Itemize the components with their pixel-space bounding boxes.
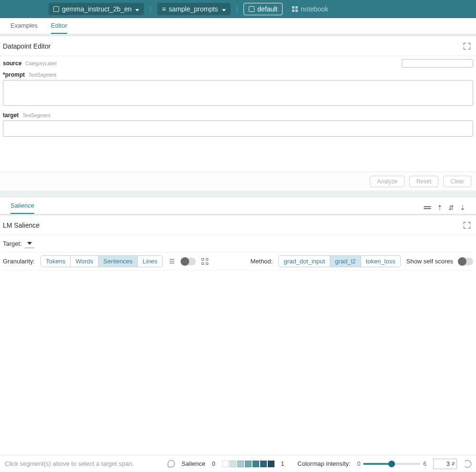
model-icon: [53, 6, 59, 12]
datapoint-editor-header: Datapoint Editor: [0, 36, 476, 56]
salience-color-scale: [222, 461, 274, 467]
field-source-type: CategoryLabel: [25, 61, 56, 66]
chevron-down-icon: [221, 5, 226, 13]
field-target-label: target: [3, 112, 19, 119]
dataset-name: sample_prompts: [169, 5, 218, 13]
colormap-slider[interactable]: [363, 463, 420, 465]
colormap-intensity-label: Colormap intensity:: [297, 460, 350, 467]
drag-handle-icon[interactable]: [424, 205, 431, 210]
show-self-scores-toggle[interactable]: [459, 258, 473, 265]
field-prompt-label: *prompt: [3, 71, 25, 78]
colormap-max: 6: [423, 461, 426, 467]
swatch: [253, 461, 259, 467]
granularity-lines[interactable]: Lines: [137, 256, 162, 267]
salience-control-row: Granularity: Tokens Words Sentences Line…: [3, 252, 473, 271]
granularity-words[interactable]: Words: [70, 256, 98, 267]
separator: |: [235, 5, 239, 13]
layout-notebook-label: notebook: [301, 5, 328, 13]
model-selector[interactable]: gemma_instruct_2b_en: [49, 3, 144, 15]
salience-target-label: Target:: [3, 240, 22, 247]
center-icon[interactable]: ⇵: [448, 204, 454, 211]
lm-salience-title: LM Salience: [3, 221, 40, 229]
lm-salience-header: LM Salience: [0, 215, 476, 235]
colormap-value-input[interactable]: 3: [433, 459, 457, 469]
top-bar: gemma_instruct_2b_en | sample_prompts | …: [0, 0, 476, 18]
method-grad-l2[interactable]: grad_l2: [330, 256, 360, 267]
salience-scale-label: Salience: [182, 460, 205, 467]
editor-tabs: Examples Editor: [0, 18, 476, 34]
separator: |: [149, 5, 152, 13]
field-source-row: source CategoryLabel: [3, 59, 473, 68]
granularity-label: Granularity:: [3, 258, 35, 265]
collapse-down-icon[interactable]: ⇣: [460, 204, 466, 211]
datapoint-editor-body: source CategoryLabel *prompt TextSegment…: [0, 56, 476, 171]
bottom-bar: Click segment(s) above to select a targe…: [0, 455, 476, 472]
editor-action-row: Analyze Reset Clear: [0, 171, 476, 191]
method-segmented: grad_dot_input grad_l2 token_loss: [278, 255, 400, 267]
method-label: Method:: [250, 258, 273, 265]
layout-default-button[interactable]: default: [243, 3, 283, 15]
swatch: [230, 461, 236, 467]
refresh-icon[interactable]: [464, 460, 471, 468]
grid-view-icon[interactable]: [202, 258, 208, 265]
colormap-slider-wrap: 0 6: [357, 461, 426, 467]
granularity-sentences[interactable]: Sentences: [98, 256, 137, 267]
density-icon[interactable]: ☰: [168, 258, 176, 265]
granularity-tokens[interactable]: Tokens: [41, 256, 70, 267]
palette-icon: [168, 460, 175, 467]
swatch: [260, 461, 267, 467]
model-name: gemma_instruct_2b_en: [62, 5, 132, 13]
layout-icon: [249, 6, 254, 12]
field-source-label: source: [3, 60, 21, 67]
field-target-type: TextSegment: [22, 113, 50, 118]
field-target-row: target TextSegment: [3, 112, 473, 119]
fullscreen-icon[interactable]: [464, 222, 470, 229]
dataset-selector[interactable]: sample_prompts: [157, 3, 231, 15]
layout-default-label: default: [257, 5, 277, 13]
colormap-min: 0: [357, 461, 361, 467]
swatch: [222, 461, 229, 467]
hint-text: Click segment(s) above to select a targe…: [5, 460, 134, 467]
method-grad-dot-input[interactable]: grad_dot_input: [279, 256, 330, 267]
tab-examples[interactable]: Examples: [10, 22, 38, 34]
salience-target-row: Target:: [3, 235, 473, 252]
prompt-textarea[interactable]: [3, 80, 473, 106]
field-prompt-type: TextSegment: [29, 72, 56, 78]
show-self-scores-label: Show self scores: [406, 258, 453, 265]
swatch: [245, 461, 252, 467]
divider: [0, 191, 476, 197]
scale-min: 0: [212, 461, 215, 467]
salience-body: Target: Granularity: Tokens Words Senten…: [0, 235, 476, 271]
layout-notebook-button[interactable]: notebook: [287, 3, 333, 15]
swatch: [237, 461, 244, 467]
source-input[interactable]: [402, 59, 473, 68]
method-token-loss[interactable]: token_loss: [361, 256, 400, 267]
fullscreen-icon[interactable]: [464, 43, 470, 50]
tab-editor[interactable]: Editor: [51, 22, 67, 34]
grid-icon: [292, 6, 298, 12]
clear-button[interactable]: Clear: [443, 176, 471, 187]
salience-tabs: Salience ⇡ ⇵ ⇣: [0, 197, 476, 214]
target-textarea[interactable]: [3, 121, 473, 137]
swatch: [268, 461, 274, 467]
reset-button[interactable]: Reset: [409, 176, 438, 187]
target-dropdown[interactable]: [25, 240, 34, 248]
analyze-button[interactable]: Analyze: [370, 176, 405, 187]
collapse-up-icon[interactable]: ⇡: [437, 204, 443, 211]
panel-title: Datapoint Editor: [3, 42, 51, 50]
tab-salience[interactable]: Salience: [10, 202, 34, 214]
granularity-segmented: Tokens Words Sentences Lines: [41, 255, 162, 267]
list-icon: [162, 5, 166, 13]
chevron-down-icon: [134, 5, 139, 13]
scale-max: 1: [281, 461, 284, 467]
density-toggle[interactable]: [182, 258, 196, 265]
field-prompt-row: *prompt TextSegment: [3, 71, 473, 78]
